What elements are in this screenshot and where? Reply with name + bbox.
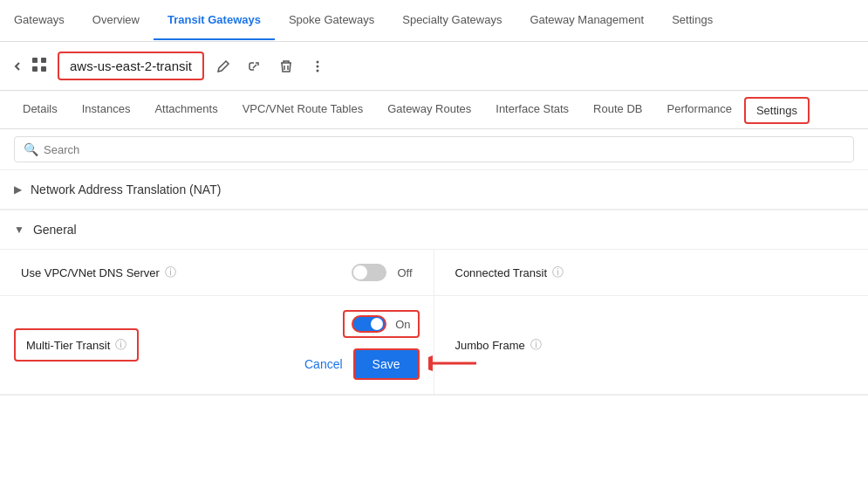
tab-route-db[interactable]: Route DB <box>581 92 654 127</box>
nav-item-specialty-gateways[interactable]: Specialty Gateways <box>388 1 516 40</box>
search-bar: 🔍 <box>0 129 868 170</box>
nat-section: ▶ Network Address Translation (NAT) <box>0 170 868 210</box>
action-row: Cancel Save <box>304 348 420 380</box>
multi-tier-cell: Multi-Tier Transit ⓘ On Cancel Save <box>0 296 434 394</box>
sub-tabs: Details Instances Attachments VPC/VNet R… <box>0 91 868 129</box>
delete-icon[interactable] <box>274 54 298 79</box>
nav-item-gateways[interactable]: Gateways <box>0 1 79 40</box>
tab-gateway-routes[interactable]: Gateway Routes <box>375 92 483 127</box>
tab-instances[interactable]: Instances <box>70 92 143 127</box>
settings-row-2: Multi-Tier Transit ⓘ On Cancel Save <box>0 296 868 395</box>
general-chevron-icon: ▼ <box>14 224 24 236</box>
top-navigation: Gateways Overview Transit Gateways Spoke… <box>0 0 868 42</box>
general-section-header[interactable]: ▼ General <box>0 210 868 250</box>
link-icon[interactable] <box>243 54 267 79</box>
svg-rect-2 <box>32 66 38 72</box>
gateway-name: aws-us-east-2-transit <box>58 52 204 80</box>
dns-server-label-group: Use VPC/VNet DNS Server ⓘ <box>21 265 352 280</box>
tab-attachments[interactable]: Attachments <box>142 92 229 127</box>
dns-server-control: Off <box>352 264 412 281</box>
jumbo-frame-cell: Jumbo Frame ⓘ <box>434 296 869 394</box>
tab-vpc-vnet[interactable]: VPC/VNet Route Tables <box>230 92 376 127</box>
header-bar: aws-us-east-2-transit <box>0 42 868 91</box>
svg-rect-1 <box>41 58 46 63</box>
connected-transit-label: Connected Transit <box>455 266 548 279</box>
multi-tier-label: Multi-Tier Transit <box>26 339 110 352</box>
dns-server-toggle[interactable] <box>352 264 386 281</box>
nav-item-settings[interactable]: Settings <box>658 1 727 40</box>
nat-section-label: Network Address Translation (NAT) <box>31 183 221 196</box>
multi-tier-controls: On Cancel Save <box>304 310 420 380</box>
tab-settings[interactable]: Settings <box>744 97 810 124</box>
search-input[interactable] <box>44 143 844 156</box>
back-button[interactable] <box>10 59 24 73</box>
svg-point-6 <box>317 69 319 72</box>
svg-point-5 <box>317 65 319 67</box>
svg-rect-3 <box>41 66 46 72</box>
search-icon: 🔍 <box>24 142 38 156</box>
dns-server-label: Use VPC/VNet DNS Server <box>21 266 160 279</box>
nav-item-transit-gateways[interactable]: Transit Gateways <box>154 1 275 40</box>
svg-rect-0 <box>32 58 38 63</box>
edit-icon[interactable] <box>211 54 236 79</box>
nav-item-spoke-gateways[interactable]: Spoke Gateways <box>275 1 388 40</box>
red-arrow-annotation <box>428 350 481 379</box>
search-input-wrap[interactable]: 🔍 <box>14 136 854 162</box>
nat-chevron-icon: ▶ <box>14 183 22 196</box>
dns-server-toggle-label: Off <box>397 266 412 279</box>
save-button[interactable]: Save <box>353 348 420 380</box>
tab-interface-stats[interactable]: Interface Stats <box>483 92 581 127</box>
more-icon[interactable] <box>305 54 330 79</box>
connected-transit-cell: Connected Transit ⓘ <box>434 250 869 295</box>
settings-row-1: Use VPC/VNet DNS Server ⓘ Off Connected … <box>0 250 868 296</box>
tab-details[interactable]: Details <box>10 92 70 127</box>
nat-section-header[interactable]: ▶ Network Address Translation (NAT) <box>0 170 868 210</box>
dns-server-info-icon[interactable]: ⓘ <box>165 265 176 280</box>
multi-tier-toggle[interactable] <box>352 315 386 333</box>
general-section: ▼ General Use VPC/VNet DNS Server ⓘ Off … <box>0 210 868 396</box>
connected-transit-info-icon[interactable]: ⓘ <box>552 265 564 280</box>
multi-tier-highlight-box: Multi-Tier Transit ⓘ <box>14 328 139 362</box>
content-area: 🔍 ▶ Network Address Translation (NAT) ▼ … <box>0 129 868 496</box>
grid-icon[interactable] <box>31 57 47 75</box>
multi-tier-toggle-label: On <box>395 318 410 331</box>
tab-performance[interactable]: Performance <box>654 92 743 127</box>
nav-item-gateway-management[interactable]: Gateway Management <box>516 1 658 40</box>
connected-transit-label-group: Connected Transit ⓘ <box>455 265 848 280</box>
nav-item-overview[interactable]: Overview <box>79 1 154 40</box>
cancel-button[interactable]: Cancel <box>304 357 343 371</box>
multi-tier-toggle-box: On <box>343 310 419 338</box>
multi-tier-info-icon[interactable]: ⓘ <box>115 337 126 353</box>
jumbo-frame-info-icon[interactable]: ⓘ <box>530 337 542 353</box>
dns-server-cell: Use VPC/VNet DNS Server ⓘ Off <box>0 250 434 295</box>
general-section-label: General <box>33 223 77 237</box>
svg-point-4 <box>317 60 319 63</box>
